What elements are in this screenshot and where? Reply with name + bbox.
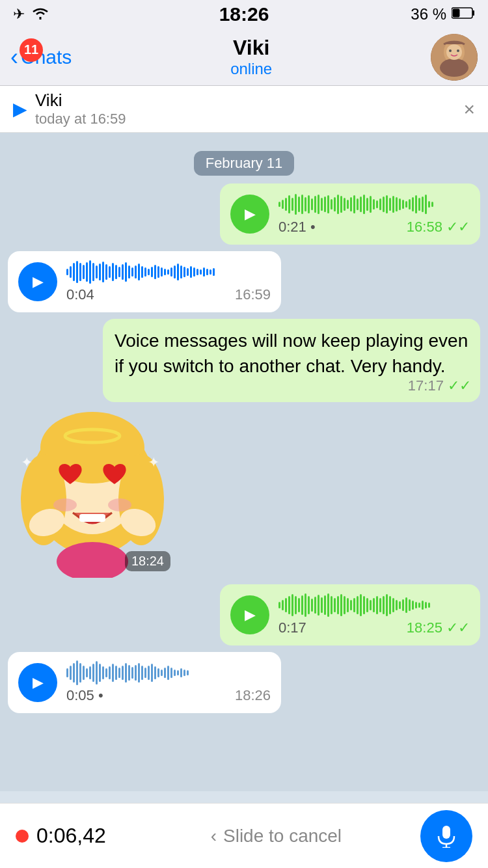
voice-bubble-received-2[interactable]: ▶ 0:05 • 18:26 xyxy=(8,652,281,713)
chat-badge: 11 xyxy=(20,38,43,62)
waveform-area: 0:05 • 18:26 xyxy=(66,661,271,704)
duration: 0:05 • xyxy=(66,687,103,704)
message-text: Voice messages will now keep playing eve… xyxy=(115,331,468,376)
wifi-icon xyxy=(31,5,49,23)
recording-time: 0:06,42 xyxy=(36,824,106,848)
svg-point-7 xyxy=(449,49,452,52)
play-button[interactable]: ▶ xyxy=(230,595,269,634)
waveform xyxy=(66,260,271,284)
status-bar: ✈ 18:26 36 % xyxy=(0,0,488,29)
voice-bubble-sent-2[interactable]: ▶ 0:17 18:25 ✓✓ xyxy=(220,584,480,645)
message-row: Voice messages will now keep playing eve… xyxy=(8,319,480,402)
status-right: 36 % xyxy=(411,5,475,23)
chat-area: February 11 ▶ 0:21 • 16:58 ✓✓ xyxy=(0,133,488,791)
recording-bar: 0:06,42 ‹ Slide to cancel xyxy=(0,803,488,868)
message-time: 17:17 ✓✓ xyxy=(408,376,471,396)
message-row: ▶ 0:21 • 16:58 ✓✓ xyxy=(8,183,480,245)
back-chevron-icon: ‹ xyxy=(10,44,18,71)
waveform xyxy=(66,661,271,685)
battery-icon xyxy=(452,5,475,23)
duration: 0:04 xyxy=(66,286,94,303)
status-left: ✈ xyxy=(13,5,49,23)
recording-dot xyxy=(16,830,29,843)
voice-note-bar: ▶ Viki today at 16:59 × xyxy=(0,86,488,133)
close-button[interactable]: × xyxy=(463,98,475,120)
svg-rect-1 xyxy=(472,10,474,16)
message-row: ▶ 0:05 • 18:26 xyxy=(8,652,480,713)
message-row: ▶ 0:04 16:59 xyxy=(8,251,480,312)
voice-note-info: Viki today at 16:59 xyxy=(35,90,463,128)
message-row: ▶ 0:17 18:25 ✓✓ xyxy=(8,584,480,645)
duration: 0:21 • xyxy=(278,219,316,236)
airplane-icon: ✈ xyxy=(13,6,25,23)
text-bubble-sent: Voice messages will now keep playing eve… xyxy=(103,319,480,402)
svg-point-8 xyxy=(457,49,459,52)
voice-bubble-received-1[interactable]: ▶ 0:04 16:59 xyxy=(8,251,281,312)
date-text: February 11 xyxy=(194,151,295,176)
svg-rect-16 xyxy=(79,514,105,522)
waveform-area: 0:17 18:25 ✓✓ xyxy=(278,593,470,636)
play-button[interactable]: ▶ xyxy=(18,663,57,702)
waveform xyxy=(278,593,470,617)
chevron-left-icon: ‹ xyxy=(211,826,217,847)
waveform-area: 0:04 16:59 xyxy=(66,260,271,303)
waveform-area: 0:21 • 16:58 ✓✓ xyxy=(278,193,470,236)
contact-name: Viki xyxy=(230,36,272,60)
message-time: 18:26 xyxy=(235,687,271,704)
voice-play-icon[interactable]: ▶ xyxy=(13,98,27,120)
play-button[interactable]: ▶ xyxy=(18,262,57,301)
slide-cancel-area: ‹ Slide to cancel xyxy=(132,826,420,847)
voice-note-contact: Viki xyxy=(35,90,463,111)
voice-note-time: today at 16:59 xyxy=(35,111,463,128)
mic-button[interactable] xyxy=(420,810,472,862)
date-separator: February 11 xyxy=(8,151,480,176)
message-time: 18:25 ✓✓ xyxy=(407,619,470,636)
contact-status: online xyxy=(230,60,272,78)
avatar[interactable] xyxy=(431,34,478,81)
svg-point-14 xyxy=(53,498,77,511)
nav-center: Viki online xyxy=(230,36,272,78)
svg-rect-23 xyxy=(442,826,450,839)
duration: 0:17 xyxy=(278,619,306,636)
svg-rect-2 xyxy=(453,9,460,18)
read-check: ✓✓ xyxy=(446,219,470,235)
sticker-time: 18:24 xyxy=(125,551,170,571)
battery-text: 36 % xyxy=(411,5,446,23)
read-check: ✓✓ xyxy=(446,619,470,636)
svg-text:✦: ✦ xyxy=(21,454,33,470)
waveform xyxy=(278,193,470,216)
voice-bubble-sent-1[interactable]: ▶ 0:21 • 16:58 ✓✓ xyxy=(220,183,480,245)
svg-point-15 xyxy=(108,498,131,511)
svg-text:✦: ✦ xyxy=(148,454,159,470)
status-time: 18:26 xyxy=(219,3,269,25)
svg-point-5 xyxy=(440,59,468,77)
slide-cancel-text: Slide to cancel xyxy=(223,826,342,847)
back-button[interactable]: 11 ‹ Chats xyxy=(10,44,72,71)
svg-point-6 xyxy=(446,44,462,60)
message-time: 16:59 xyxy=(235,286,271,303)
avatar-image xyxy=(431,34,478,81)
nav-bar: 11 ‹ Chats Viki online xyxy=(0,29,488,86)
sticker-container: ✦ ✦ 18:24 xyxy=(8,409,177,578)
message-time: 16:58 ✓✓ xyxy=(407,219,470,236)
sticker-row: ✦ ✦ 18:24 xyxy=(8,409,480,578)
play-button[interactable]: ▶ xyxy=(230,195,269,234)
